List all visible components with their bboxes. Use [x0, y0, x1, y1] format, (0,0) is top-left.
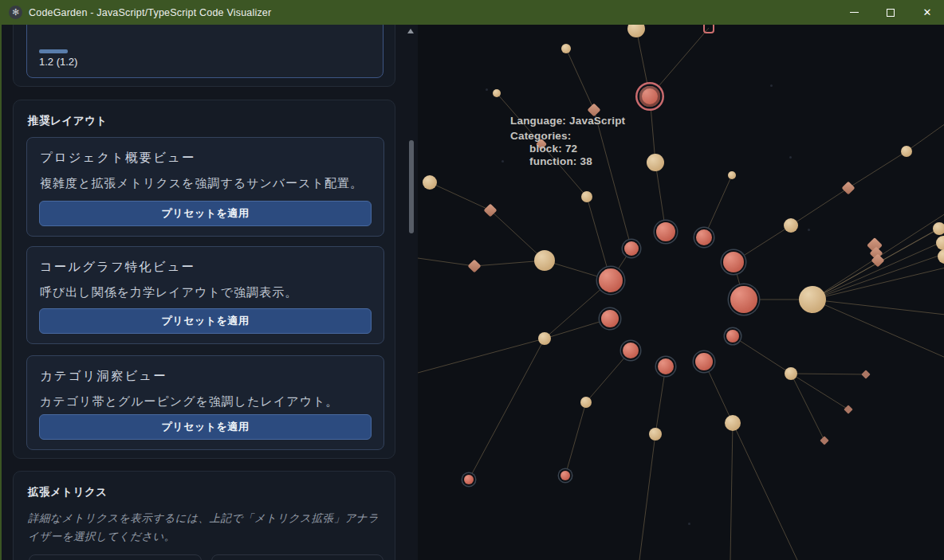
- graph-node-tan[interactable]: [538, 332, 551, 345]
- metric-card: 1.2 (1.2): [26, 25, 384, 78]
- minimize-icon: [850, 12, 859, 13]
- preset-description: カテゴリ帯とグルーピングを強調したレイアウト。: [40, 394, 384, 409]
- background-speck: [688, 523, 690, 525]
- graph-node-tan[interactable]: [561, 44, 571, 53]
- title-bar: ✻ CodeGarden - JavaScript/TypeScript Cod…: [2, 0, 944, 25]
- graph-node-tan[interactable]: [785, 367, 797, 380]
- graph-node-salmon[interactable]: [624, 241, 639, 256]
- preset-title: カテゴリ洞察ビュー: [40, 368, 384, 385]
- tooltip-category-function: function: 38: [510, 155, 625, 168]
- node-tooltip: Language: JavaScript Categories: block: …: [510, 115, 625, 168]
- graph-node-salmon[interactable]: [599, 268, 623, 292]
- graph-node-hollow[interactable]: [703, 25, 714, 33]
- minimize-button[interactable]: [836, 0, 872, 25]
- graph-node-salmon[interactable]: [696, 229, 712, 245]
- preset-description: 呼び出し関係を力学レイアウトで強調表示。: [40, 285, 384, 300]
- graph-visualization-canvas[interactable]: Language: JavaScript Categories: block: …: [418, 25, 944, 560]
- maximize-button[interactable]: [872, 0, 909, 25]
- preset-card-project-overview: プロジェクト概要ビュー 複雑度と拡張メトリクスを強調するサンバースト配置。 プリ…: [26, 137, 384, 237]
- app-icon: ✻: [9, 6, 22, 19]
- graph-node-tan[interactable]: [649, 428, 662, 441]
- preset-description: 複雑度と拡張メトリクスを強調するサンバースト配置。: [40, 176, 384, 191]
- background-speck: [770, 84, 773, 87]
- graph-node-salmon[interactable]: [656, 222, 675, 241]
- recommended-layouts-section: 推奨レイアウト プロジェクト概要ビュー 複雑度と拡張メトリクスを強調するサンバー…: [13, 100, 395, 459]
- graph-node-tan[interactable]: [534, 250, 555, 271]
- graph-node-tan[interactable]: [725, 415, 741, 431]
- scroll-up-arrow-icon[interactable]: [407, 29, 414, 33]
- close-button[interactable]: ✕: [909, 0, 944, 25]
- stat-box-technical-debt: 技術的負債: [29, 554, 202, 560]
- metric-value: 1.2 (1.2): [39, 56, 77, 68]
- extended-metrics-section: 拡張メトリクス 詳細なメトリクスを表示するには、上記で「メトリクス拡張」アナライ…: [13, 471, 395, 560]
- preset-title: プロジェクト概要ビュー: [40, 150, 384, 166]
- apply-preset-button-1[interactable]: プリセットを適用: [39, 201, 372, 226]
- tooltip-language: Language: JavaScript: [510, 115, 625, 127]
- graph-node-salmon[interactable]: [560, 471, 570, 480]
- preset-card-category-insight: カテゴリ洞察ビュー カテゴリ帯とグルーピングを強調したレイアウト。 プリセットを…: [26, 355, 384, 450]
- graph-node-tan[interactable]: [647, 154, 664, 171]
- graph-node-tan[interactable]: [799, 286, 826, 313]
- graph-node-salmon[interactable]: [464, 475, 474, 484]
- graph-node-tan[interactable]: [580, 397, 592, 408]
- graph-node-tan[interactable]: [784, 218, 798, 233]
- section-title-extended-metrics: 拡張メトリクス: [28, 485, 395, 499]
- sidebar-scrollbar: [405, 25, 418, 560]
- graph-node-tan[interactable]: [901, 146, 912, 157]
- graph-node-salmon[interactable]: [695, 353, 713, 370]
- background-speck: [808, 229, 810, 231]
- graph-node-salmon[interactable]: [601, 310, 619, 327]
- background-speck: [486, 88, 488, 91]
- metric-summary-section: 1.2 (1.2): [13, 25, 395, 87]
- graph-node-salmon[interactable]: [723, 252, 744, 272]
- sidebar-panel: 1.2 (1.2) 推奨レイアウト プロジェクト概要ビュー 複雑度と拡張メトリク…: [2, 25, 417, 560]
- scrollbar-thumb[interactable]: [409, 140, 414, 233]
- maximize-icon: [887, 9, 895, 17]
- graph-node-salmon[interactable]: [658, 358, 674, 374]
- background-speck: [502, 160, 504, 163]
- preset-card-call-graph: コールグラフ特化ビュー 呼び出し関係を力学レイアウトで強調表示。 プリセットを適…: [26, 246, 384, 344]
- stat-box-code-smells: コードスメル: [211, 554, 384, 560]
- graph-node-tan[interactable]: [581, 191, 592, 202]
- graph-node-tan[interactable]: [493, 89, 501, 97]
- graph-node-tan[interactable]: [728, 171, 736, 179]
- extended-metrics-note: 詳細なメトリクスを表示するには、上記で「メトリクス拡張」アナライザーを選択してく…: [28, 509, 380, 546]
- apply-preset-button-2[interactable]: プリセットを適用: [39, 308, 372, 334]
- graph-node-salmonhi[interactable]: [639, 86, 660, 107]
- background-speck: [789, 156, 792, 159]
- tooltip-category-block: block: 72: [510, 143, 625, 155]
- section-title-layouts: 推奨レイアウト: [28, 114, 395, 128]
- graph-node-salmon[interactable]: [623, 343, 639, 358]
- close-icon: ✕: [923, 7, 932, 18]
- graph-node-tan[interactable]: [423, 175, 437, 190]
- graph-node-salmon[interactable]: [730, 286, 757, 313]
- graph-node-salmon[interactable]: [726, 330, 739, 343]
- window-title: CodeGarden - JavaScript/TypeScript Code …: [29, 7, 271, 18]
- preset-title: コールグラフ特化ビュー: [40, 259, 384, 276]
- clipped-metric-label: [39, 49, 68, 53]
- graph-node-tan[interactable]: [933, 222, 944, 235]
- tooltip-categories-label: Categories:: [510, 130, 625, 143]
- window-controls: ✕: [836, 0, 944, 25]
- graph-edges: [418, 25, 944, 560]
- apply-preset-button-3[interactable]: プリセットを適用: [39, 414, 372, 440]
